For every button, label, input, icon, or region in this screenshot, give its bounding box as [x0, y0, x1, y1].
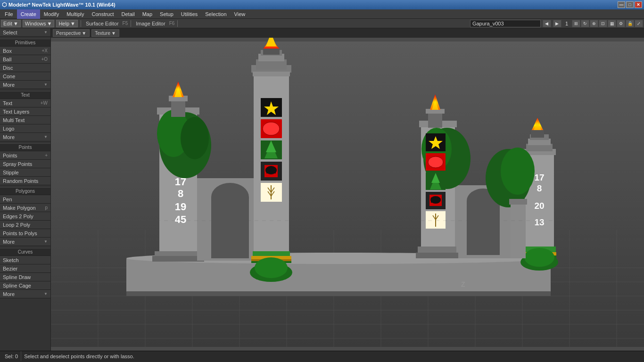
object-name-input[interactable]: [470, 20, 541, 27]
viewport-view-dropdown[interactable]: Perspective ▼: [53, 29, 90, 37]
select-dropdown-arrow: ▼: [44, 30, 48, 34]
btn-multi-text[interactable]: Multi Text: [0, 116, 50, 124]
fit-icon[interactable]: ⊡: [599, 20, 607, 27]
svg-rect-108: [531, 129, 544, 138]
image-editor-key: F6: [169, 21, 175, 26]
select-dropdown[interactable]: Select ▼: [0, 28, 50, 37]
svg-point-91: [428, 156, 443, 168]
maximize-button[interactable]: □: [626, 1, 634, 8]
titlebar-controls: — □ ✕: [618, 1, 642, 8]
viewport[interactable]: Perspective ▼ Texture ▼: [51, 28, 644, 351]
menu-map[interactable]: Map: [139, 9, 156, 19]
nav-next-button[interactable]: ▶: [553, 20, 561, 27]
minimize-button[interactable]: —: [618, 1, 625, 8]
section-curves: Curves: [0, 248, 50, 256]
btn-box[interactable]: Box +X: [0, 47, 50, 55]
btn-logo[interactable]: Logo: [0, 124, 50, 133]
sidebar: Select ▼ Primitives Box +X Ball +O Disc …: [0, 28, 51, 351]
svg-rect-40: [253, 72, 290, 76]
svg-text:Z: Z: [461, 280, 465, 288]
surface-editor-key: F5: [123, 21, 128, 26]
menu-construct[interactable]: Construct: [88, 9, 117, 19]
btn-random-points[interactable]: Random Points: [0, 177, 50, 185]
image-editor-label[interactable]: Image Editor: [134, 21, 167, 26]
svg-point-37: [211, 183, 249, 211]
btn-sketch[interactable]: Sketch: [0, 256, 50, 264]
menu-create[interactable]: Create: [17, 9, 40, 19]
settings-icon[interactable]: ⚙: [617, 20, 625, 27]
titlebar: ⬡ Modeler* NewTek LightWave™ 10.1 (Win64…: [0, 0, 644, 9]
svg-text:17: 17: [175, 176, 186, 188]
svg-rect-0: [51, 41, 644, 347]
menubar: File Create Modify Multiply Construct De…: [0, 9, 644, 19]
svg-rect-21: [126, 291, 551, 296]
viewport-mode-dropdown[interactable]: Texture ▼: [91, 29, 119, 37]
svg-rect-123: [509, 199, 527, 205]
rotate-icon[interactable]: ↻: [581, 20, 589, 27]
edit-dropdown[interactable]: Edit ▼: [1, 20, 21, 27]
svg-point-115: [524, 248, 554, 267]
btn-loop-2-poly[interactable]: Loop 2 Poly: [0, 221, 50, 229]
nav-prev-button[interactable]: ◀: [543, 20, 551, 27]
section-points: Points: [0, 143, 50, 151]
grid-icon[interactable]: ⊞: [572, 20, 580, 27]
menu-setup[interactable]: Setup: [156, 9, 177, 19]
menu-file[interactable]: File: [1, 9, 17, 19]
expand-icon[interactable]: ⤢: [635, 20, 643, 27]
lock-icon[interactable]: 🔒: [626, 20, 634, 27]
close-button[interactable]: ✕: [635, 1, 642, 8]
btn-ball[interactable]: Ball +O: [0, 55, 50, 64]
windows-dropdown[interactable]: Windows ▼: [23, 20, 55, 27]
btn-make-polygon[interactable]: Make Polygon p: [0, 204, 50, 212]
svg-rect-122: [511, 202, 526, 258]
btn-text-layers[interactable]: Text Layers: [0, 107, 50, 116]
viewport-canvas[interactable]: 17 8 19 45: [51, 38, 644, 351]
btn-text[interactable]: Text +W: [0, 99, 50, 107]
btn-disc[interactable]: Disc: [0, 64, 50, 72]
menu-multiply[interactable]: Multiply: [63, 9, 88, 19]
btn-stipple[interactable]: Stipple: [0, 168, 50, 177]
surface-editor-label[interactable]: Surface Editor: [84, 21, 121, 26]
section-polygons: Polygons: [0, 187, 50, 195]
svg-rect-87: [416, 253, 458, 258]
svg-point-49: [255, 257, 288, 278]
svg-text:20: 20: [534, 201, 544, 211]
primitives-more[interactable]: More ▼: [0, 81, 50, 89]
svg-text:8: 8: [537, 183, 542, 193]
text-more[interactable]: More ▼: [0, 133, 50, 141]
btn-bezier[interactable]: Bezier: [0, 264, 50, 273]
curves-more[interactable]: More ▼: [0, 290, 50, 298]
toolbar: Edit ▼ Windows ▼ Help ▼ Surface Editor F…: [0, 19, 644, 28]
menu-selection[interactable]: Selection: [201, 9, 230, 19]
status-sel-value: 0: [15, 354, 18, 359]
separator-3: [177, 20, 178, 27]
zoom-icon[interactable]: ⊕: [590, 20, 598, 27]
polygons-more[interactable]: More ▼: [0, 238, 50, 246]
btn-points[interactable]: Points +: [0, 151, 50, 160]
btn-edges-2-poly[interactable]: Edges 2 Poly: [0, 212, 50, 221]
main-area: Select ▼ Primitives Box +X Ball +O Disc …: [0, 28, 644, 351]
svg-rect-98: [431, 197, 439, 203]
svg-point-121: [501, 148, 535, 195]
btn-cone[interactable]: Cone: [0, 72, 50, 81]
app-icon: ⬡: [2, 1, 7, 8]
menu-utilities[interactable]: Utilities: [177, 9, 201, 19]
statusbar: Sel: 0 Select and deselect points direct…: [0, 351, 644, 361]
menu-modify[interactable]: Modify: [40, 9, 63, 19]
btn-spline-cage[interactable]: Spline Cage: [0, 281, 50, 290]
menu-view[interactable]: View: [231, 9, 249, 19]
svg-text:13: 13: [534, 217, 544, 227]
menu-detail[interactable]: Detail: [118, 9, 139, 19]
svg-text:45: 45: [175, 214, 186, 225]
btn-points-to-polys[interactable]: Points to Polys: [0, 229, 50, 238]
btn-spray-points[interactable]: Spray Points: [0, 160, 50, 168]
svg-point-57: [263, 122, 280, 135]
status-message: Select and deselect points directly or w…: [21, 351, 137, 361]
scene-svg: 17 8 19 45: [51, 38, 644, 351]
viewport-header: Perspective ▼ Texture ▼: [51, 28, 644, 38]
btn-spline-draw[interactable]: Spline Draw: [0, 273, 50, 281]
view-icon[interactable]: ▦: [608, 20, 616, 27]
svg-text:17: 17: [534, 173, 544, 182]
help-dropdown[interactable]: Help ▼: [56, 20, 78, 27]
btn-pen[interactable]: Pen: [0, 195, 50, 204]
